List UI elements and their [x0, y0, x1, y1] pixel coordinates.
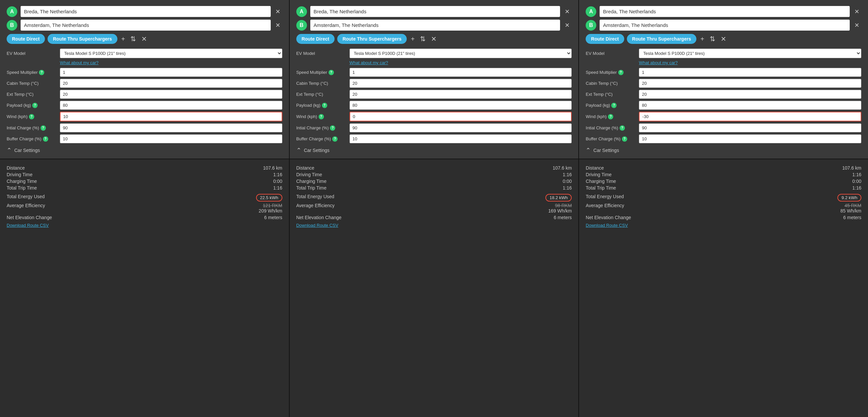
speed-multiplier-help-icon[interactable]: ?: [329, 70, 334, 75]
initial-charge-label: Intial Charge (%) ?: [296, 125, 349, 131]
car-settings-label: Car Settings: [593, 148, 619, 153]
total-trip-stat-row: Total Trip Time1:16: [7, 185, 282, 191]
clear-button[interactable]: ✕: [430, 34, 438, 43]
total-trip-label: Total Trip Time: [586, 185, 616, 191]
cabin-temp-label: Cabin Temp (°C): [296, 81, 349, 86]
wind-input[interactable]: [349, 112, 572, 121]
location-input-b[interactable]: [21, 20, 271, 31]
buffer-charge-input[interactable]: [349, 134, 572, 143]
close-location-a[interactable]: ✕: [273, 7, 282, 16]
initial-charge-help-icon[interactable]: ?: [330, 125, 335, 131]
total-energy-label: Total Energy Used: [586, 194, 624, 201]
payload-help-icon[interactable]: ?: [32, 103, 38, 108]
driving-time-value: 1:16: [563, 172, 572, 177]
marker-a: A: [586, 6, 596, 17]
route-direct-button[interactable]: Route Direct: [7, 34, 45, 44]
close-location-a[interactable]: ✕: [852, 7, 861, 16]
distance-label: Distance: [296, 165, 314, 170]
payload-input[interactable]: [639, 101, 861, 110]
payload-help-icon[interactable]: ?: [322, 103, 327, 108]
speed-multiplier-help-icon[interactable]: ?: [39, 70, 44, 75]
ext-temp-row: Ext Temp (°C): [296, 90, 572, 99]
wind-help-icon[interactable]: ?: [29, 114, 34, 119]
swap-button[interactable]: ⇅: [129, 34, 137, 43]
total-trip-label: Total Trip Time: [296, 185, 327, 191]
speed-multiplier-input[interactable]: [639, 68, 861, 77]
route-direct-button[interactable]: Route Direct: [586, 34, 624, 44]
payload-input[interactable]: [349, 101, 572, 110]
payload-input[interactable]: [60, 101, 282, 110]
ext-temp-input[interactable]: [60, 90, 282, 99]
initial-charge-help-icon[interactable]: ?: [620, 125, 625, 131]
wind-input[interactable]: [639, 112, 861, 121]
add-button[interactable]: +: [120, 35, 127, 43]
route-supercharger-button[interactable]: Route Thru Superchargers: [627, 34, 696, 44]
initial-charge-input[interactable]: [349, 123, 572, 132]
car-settings-toggle[interactable]: ⌃ Car Settings: [296, 147, 572, 154]
cabin-temp-label: Cabin Temp (°C): [586, 81, 639, 86]
ev-model-row: EV Model Tesla Model S P100D (21" tires): [7, 49, 282, 58]
close-location-b[interactable]: ✕: [852, 21, 861, 30]
avg-efficiency-label: Average Efficiency: [7, 203, 45, 214]
car-settings-toggle[interactable]: ⌃ Car Settings: [586, 147, 861, 154]
download-csv-link[interactable]: Download Route CSV: [296, 223, 572, 228]
avg-efficiency-value: 98 RKM169 Wh/km: [549, 203, 572, 214]
initial-charge-help-icon[interactable]: ?: [40, 125, 46, 131]
close-location-a[interactable]: ✕: [563, 7, 572, 16]
driving-time-stat-row: Driving Time1:16: [586, 172, 861, 177]
buffer-charge-input[interactable]: [60, 134, 282, 143]
speed-multiplier-help-icon[interactable]: ?: [618, 70, 624, 75]
cabin-temp-label: Cabin Temp (°C): [7, 81, 60, 86]
location-input-b[interactable]: [600, 20, 850, 31]
location-input-a[interactable]: [310, 6, 560, 17]
swap-button[interactable]: ⇅: [419, 34, 427, 43]
avg-efficiency-label: Average Efficiency: [296, 203, 335, 214]
initial-charge-input[interactable]: [639, 123, 861, 132]
buffer-charge-help-icon[interactable]: ?: [332, 136, 338, 142]
charging-time-label: Charging Time: [586, 179, 616, 184]
location-input-a[interactable]: [21, 6, 271, 17]
add-button[interactable]: +: [409, 35, 416, 43]
net-elevation-label: Net Elevation Change: [7, 215, 52, 220]
ext-temp-input[interactable]: [639, 90, 861, 99]
speed-multiplier-input[interactable]: [60, 68, 282, 77]
speed-multiplier-input[interactable]: [349, 68, 572, 77]
location-input-a[interactable]: [600, 6, 850, 17]
wind-input[interactable]: [60, 112, 282, 121]
buffer-charge-help-icon[interactable]: ?: [43, 136, 48, 142]
initial-charge-input[interactable]: [60, 123, 282, 132]
cabin-temp-input[interactable]: [639, 79, 861, 88]
ev-model-select[interactable]: Tesla Model S P100D (21" tires): [639, 49, 861, 58]
download-csv-link[interactable]: Download Route CSV: [7, 223, 282, 228]
wind-help-icon[interactable]: ?: [608, 114, 613, 119]
close-location-b[interactable]: ✕: [563, 21, 572, 30]
route-direct-button[interactable]: Route Direct: [296, 34, 335, 44]
ext-temp-input[interactable]: [349, 90, 572, 99]
buffer-charge-help-icon[interactable]: ?: [622, 136, 627, 142]
what-about-link[interactable]: What about my car?: [639, 60, 861, 65]
cabin-temp-input[interactable]: [60, 79, 282, 88]
ev-model-select[interactable]: Tesla Model S P100D (21" tires): [349, 49, 572, 58]
close-location-b[interactable]: ✕: [273, 21, 282, 30]
ev-model-select[interactable]: Tesla Model S P100D (21" tires): [60, 49, 282, 58]
avg-efficiency-stat-row: Average Efficiency 45 RKM85 Wh/km: [586, 203, 861, 214]
initial-charge-label: Intial Charge (%) ?: [7, 125, 60, 131]
route-supercharger-button[interactable]: Route Thru Superchargers: [48, 34, 117, 44]
swap-button[interactable]: ⇅: [708, 34, 717, 43]
clear-button[interactable]: ✕: [719, 34, 727, 43]
payload-help-icon[interactable]: ?: [611, 103, 617, 108]
wind-help-icon[interactable]: ?: [319, 114, 324, 119]
cabin-temp-input[interactable]: [349, 79, 572, 88]
total-trip-value: 1:16: [273, 185, 282, 191]
download-csv-link[interactable]: Download Route CSV: [586, 223, 861, 228]
car-settings-toggle[interactable]: ⌃ Car Settings: [7, 147, 282, 154]
route-supercharger-button[interactable]: Route Thru Superchargers: [337, 34, 407, 44]
ev-model-label: EV Model: [296, 51, 349, 56]
what-about-link[interactable]: What about my car?: [349, 60, 572, 65]
what-about-link[interactable]: What about my car?: [60, 60, 282, 65]
buffer-charge-input[interactable]: [639, 134, 861, 143]
add-button[interactable]: +: [699, 35, 706, 43]
location-input-b[interactable]: [310, 20, 560, 31]
ext-temp-row: Ext Temp (°C): [586, 90, 861, 99]
clear-button[interactable]: ✕: [140, 34, 148, 43]
